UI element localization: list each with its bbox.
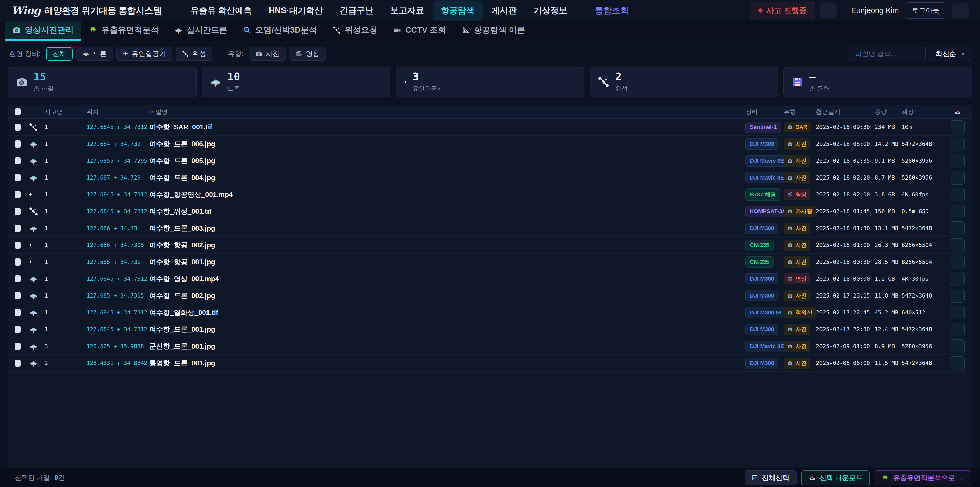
row-checkbox[interactable] [14,309,21,316]
table-row[interactable]: 1 127.6845 + 34.7312 여수항_SAR_001.tif Sen… [8,119,972,136]
notifications-button[interactable] [820,3,837,18]
tab[interactable]: CCTV 조회 [385,21,454,41]
table-row[interactable]: 1 127.687 + 34.729 여수항_드론_004.jpg DJI Ma… [8,169,972,186]
table-row[interactable]: ✈ 1 127.686 + 34.7305 여수항_항공_002.jpg CN-… [8,237,972,254]
download-button[interactable] [951,323,965,336]
plane-icon: ✈ [29,259,45,264]
tab[interactable]: 위성요청 [325,21,385,41]
row-checkbox[interactable] [14,259,21,266]
location-coordinates[interactable]: 127.687 + 34.729 [86,174,149,181]
table-row[interactable]: 1 127.685 + 34.7315 여수항_드론_002.jpg DJI M… [8,287,972,304]
location-coordinates[interactable]: 127.6845 + 34.7312 [86,309,149,316]
location-coordinates[interactable]: 127.686 + 34.7305 [86,242,149,248]
download-button[interactable] [951,221,965,235]
equipment-badge: DJI M300 [746,273,778,284]
filter-button[interactable]: ✈ 유인항공기 [116,47,172,61]
download-button[interactable] [951,204,965,218]
row-checkbox[interactable] [14,326,21,333]
captured-at-cell: 2025-02-18 01:30 [816,225,875,232]
resolution-cell: 640×512 [902,309,950,316]
nav-item[interactable]: 보고자료 [383,1,431,20]
sort-select[interactable]: 최신순 ▾ [929,47,971,61]
location-coordinates[interactable]: 126.565 + 35.9838 [86,343,149,349]
location-coordinates[interactable]: 127.6855 + 34.7295 [86,158,149,164]
download-button[interactable] [951,137,965,151]
filter-button[interactable]: 사진 [249,47,286,61]
row-checkbox[interactable] [14,124,21,131]
download-button[interactable] [951,272,965,286]
cctv-icon [393,26,401,35]
download-button[interactable] [951,171,965,185]
nav-item[interactable]: 긴급구난 [333,1,381,20]
download-button[interactable] [951,255,965,269]
row-checkbox[interactable] [14,241,21,249]
location-coordinates[interactable]: 127.6845 + 34.7312 [86,276,149,282]
logout-button[interactable]: 로그아웃 [905,2,946,19]
table-row[interactable]: 1 127.6845 + 34.7312 여수항_위성_001.tif KOMP… [8,203,972,220]
table-row[interactable]: 1 127.684 + 34.732 여수항_드론_006.jpg DJI M3… [8,136,972,152]
select-all-checkbox[interactable] [14,108,21,115]
tab[interactable]: 항공탐색 이론 [454,21,533,41]
select-all-button[interactable]: ☑ 전체선택 [745,470,797,485]
tab[interactable]: 오염/선박3D분석 [235,21,325,41]
nav-item[interactable]: 유출유 확산예측 [183,1,259,20]
nav-item[interactable]: HNS·대기확산 [262,1,330,20]
tab[interactable]: 실시간드론 [166,21,235,41]
download-button[interactable] [951,306,965,319]
hamburger-menu-button[interactable] [953,3,969,18]
download-button[interactable] [951,188,965,201]
table-row[interactable]: 1 127.6845 + 34.7312 여수항_열화상_001.tif DJI… [8,304,972,321]
filter-button[interactable]: 드론 [76,47,113,61]
table-row[interactable]: 1 127.686 + 34.73 여수항_드론_003.jpg DJI M30… [8,220,972,237]
row-checkbox[interactable] [14,191,21,198]
download-selected-button[interactable]: 선택 다운로드 [801,470,870,485]
incident-cell: 1 [45,242,86,248]
filter-button[interactable]: 전체 [46,47,73,61]
download-button[interactable] [951,289,965,303]
download-button[interactable] [951,356,965,370]
row-checkbox[interactable] [14,208,21,215]
row-checkbox[interactable] [14,174,21,181]
location-coordinates[interactable]: 127.6845 + 34.7312 [86,326,149,332]
download-button[interactable] [951,154,965,168]
stat-value: 15 [33,71,54,82]
table-row[interactable]: 1 127.6845 + 34.7312 여수항_드론_001.jpg DJI … [8,321,972,338]
location-coordinates[interactable]: 127.685 + 34.7315 [86,292,149,299]
download-button[interactable] [951,120,965,134]
filter-button[interactable]: 위성 [176,47,212,61]
row-checkbox[interactable] [14,225,21,232]
row-checkbox[interactable] [14,141,21,148]
location-coordinates[interactable]: 127.6845 + 34.7312 [86,124,149,130]
nav-item[interactable]: 통합조회 [588,1,636,20]
nav-item[interactable]: 항공탐색 [434,1,482,20]
tab[interactable]: 영상사진관리 [5,21,81,41]
download-button[interactable] [951,339,965,353]
row-checkbox[interactable] [14,292,21,299]
row-checkbox[interactable] [14,275,21,283]
row-checkbox[interactable] [14,343,21,350]
location-coordinates[interactable]: 128.4331 + 34.8342 [86,360,149,366]
row-checkbox[interactable] [14,359,21,367]
table-row[interactable]: 1 127.6855 + 34.7295 여수항_드론_005.jpg DJI … [8,152,972,169]
filter-button[interactable]: 영상 [289,47,326,61]
location-coordinates[interactable]: 127.685 + 34.731 [86,259,149,265]
row-checkbox[interactable] [14,157,21,164]
location-coordinates[interactable]: 127.6845 + 34.7312 [86,191,149,198]
plane-icon: ✈ [29,243,45,247]
location-coordinates[interactable]: 127.686 + 34.73 [86,225,149,232]
to-oil-area-analysis-button[interactable]: 유출유면적분석으로 → [875,470,971,485]
tab[interactable]: 유출유면적분석 [81,21,166,41]
nav-item[interactable]: 게시판 [484,1,524,20]
location-coordinates[interactable]: 127.6845 + 34.7312 [86,208,149,214]
camera-icon [788,158,793,164]
filename-search-input[interactable] [849,47,926,61]
table-row[interactable]: 3 126.565 + 35.9838 군산항_드론_001.jpg DJI M… [8,338,972,355]
download-button[interactable] [951,238,965,252]
col-captured-at: 촬영일시 [816,108,875,116]
nav-item[interactable]: 기상정보 [527,1,574,20]
table-row[interactable]: ✈ 1 127.685 + 34.731 여수항_항공_001.jpg CN-2… [8,254,972,270]
table-row[interactable]: 1 127.6845 + 34.7312 여수항_영상_001.mp4 DJI … [8,270,972,287]
location-coordinates[interactable]: 127.684 + 34.732 [86,141,149,147]
table-row[interactable]: 2 128.4331 + 34.8342 통영항_드론_001.jpg DJI … [8,355,972,372]
table-row[interactable]: ✈ 1 127.6845 + 34.7312 여수항_항공영상_001.mp4 … [8,186,972,203]
